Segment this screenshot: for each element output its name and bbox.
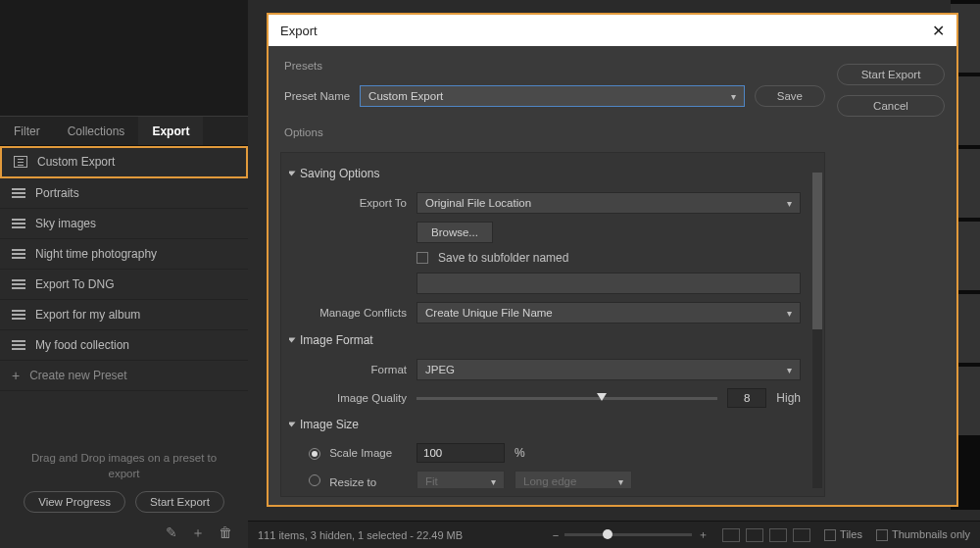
dialog-titlebar: Export ✕: [269, 15, 956, 46]
preset-item-custom-export[interactable]: Custom Export: [0, 146, 248, 178]
trash-icon[interactable]: 🗑: [219, 524, 232, 542]
preset-item-food[interactable]: My food collection: [0, 330, 248, 361]
image-format-header[interactable]: Image Format: [289, 333, 801, 347]
view-mode-toggles: [722, 528, 810, 542]
create-new-label: Create new Preset: [29, 369, 126, 382]
tiles-toggle[interactable]: Tiles: [824, 528, 862, 541]
preset-item-sky-images[interactable]: Sky images: [0, 209, 248, 239]
left-tool-icons: ✎ ＋ 🗑: [0, 519, 248, 548]
pencil-icon[interactable]: ✎: [166, 524, 177, 542]
save-subfolder-label: Save to subfolder named: [438, 251, 568, 265]
preset-item-export-dng[interactable]: Export To DNG: [0, 270, 248, 300]
preset-item-label: Export for my album: [35, 308, 140, 322]
preset-item-label: My food collection: [35, 338, 129, 352]
resize-fit-select[interactable]: Fit▾: [416, 471, 505, 488]
preset-name-value: Custom Export: [368, 90, 443, 102]
start-export-button[interactable]: Start Export: [837, 64, 945, 85]
preset-list: Custom Export Portraits Sky images Night…: [0, 146, 248, 391]
scale-image-radio[interactable]: [309, 448, 320, 460]
left-bottom-buttons: View Progress Start Export: [0, 481, 248, 519]
format-label: Format: [299, 364, 407, 375]
presets-section-label: Presets: [284, 60, 825, 72]
preset-item-label: Night time photography: [35, 247, 157, 261]
chevron-down-icon: ▾: [731, 91, 736, 102]
scale-unit: %: [514, 446, 525, 460]
list-icon: [12, 219, 25, 228]
add-icon[interactable]: ＋: [191, 524, 205, 542]
thumbnails-only-toggle[interactable]: Thumbnails only: [876, 528, 970, 541]
saving-options-header[interactable]: Saving Options: [289, 167, 801, 180]
preset-name-select[interactable]: Custom Export ▾: [360, 85, 745, 107]
disclosure-icon: [289, 172, 296, 176]
disclosure-icon: [289, 423, 296, 427]
image-quality-input[interactable]: [727, 388, 766, 408]
zoom-out-icon[interactable]: −: [553, 529, 559, 541]
image-quality-slider[interactable]: [416, 397, 717, 400]
preset-item-label: Portraits: [35, 186, 79, 200]
preset-item-label: Custom Export: [37, 155, 115, 169]
dialog-title: Export: [280, 24, 318, 38]
cancel-button[interactable]: Cancel: [837, 95, 945, 117]
image-quality-text: High: [776, 391, 801, 405]
list-icon: [12, 310, 25, 320]
scrollbar-thumb[interactable]: [812, 173, 822, 329]
image-size-header[interactable]: Image Size: [289, 418, 801, 431]
view-single-icon[interactable]: [793, 528, 810, 542]
options-section-label: Options: [284, 126, 825, 138]
view-progress-button[interactable]: View Progress: [24, 491, 125, 513]
zoom-in-icon[interactable]: ＋: [698, 527, 709, 542]
view-grid-icon[interactable]: [746, 528, 763, 542]
start-export-button-sidebar[interactable]: Start Export: [135, 491, 224, 513]
subfolder-name-input[interactable]: [416, 273, 801, 294]
preset-item-portraits[interactable]: Portraits: [0, 178, 248, 209]
export-dialog: Export ✕ Presets Preset Name Custom Expo…: [267, 13, 958, 507]
create-new-preset[interactable]: + Create new Preset: [0, 361, 248, 391]
resize-to-radio[interactable]: [309, 474, 320, 486]
preset-item-export-album[interactable]: Export for my album: [0, 300, 248, 330]
export-to-label: Export To: [299, 197, 407, 209]
list-icon: [12, 188, 25, 198]
status-bar: 111 items, 3 hidden, 1 selected - 22.49 …: [248, 521, 980, 548]
tab-collections[interactable]: Collections: [54, 117, 139, 145]
export-to-select[interactable]: Original File Location▾: [416, 192, 801, 214]
preset-name-label: Preset Name: [284, 90, 350, 102]
preset-item-label: Sky images: [35, 217, 96, 230]
list-icon: [12, 279, 25, 289]
list-icon: [12, 340, 25, 350]
disclosure-icon: [289, 338, 296, 343]
dialog-action-buttons: Start Export Cancel: [837, 58, 945, 497]
close-icon[interactable]: ✕: [932, 22, 945, 40]
drag-hint: Drag and Drop images on a preset to expo…: [0, 391, 248, 481]
plus-icon: +: [12, 369, 20, 382]
preset-item-night-time[interactable]: Night time photography: [0, 239, 248, 270]
options-panel: Saving Options Export To Original File L…: [280, 152, 825, 497]
image-quality-label: Image Quality: [299, 392, 407, 404]
save-subfolder-checkbox[interactable]: [416, 252, 428, 264]
export-icon: [14, 156, 27, 168]
status-text: 111 items, 3 hidden, 1 selected - 22.49 …: [258, 529, 463, 541]
left-tabs: Filter Collections Export: [0, 117, 248, 146]
tab-export[interactable]: Export: [138, 117, 203, 145]
view-small-icon[interactable]: [722, 528, 740, 542]
left-header-spacer: [0, 0, 248, 117]
format-select[interactable]: JPEG▾: [416, 359, 801, 380]
scale-image-label: Scale Image: [329, 447, 392, 459]
resize-edge-select[interactable]: Long edge▾: [514, 471, 632, 488]
browse-button[interactable]: Browse...: [416, 222, 493, 243]
resize-to-label: Resize to: [329, 476, 376, 488]
manage-conflicts-label: Manage Conflicts: [299, 307, 407, 319]
view-large-icon[interactable]: [769, 528, 787, 542]
tab-filter[interactable]: Filter: [0, 117, 54, 145]
manage-conflicts-select[interactable]: Create Unique File Name▾: [416, 302, 801, 324]
list-icon: [12, 249, 25, 259]
zoom-slider[interactable]: − ＋: [553, 527, 709, 542]
save-preset-button[interactable]: Save: [755, 85, 825, 107]
scale-value-input[interactable]: [416, 443, 505, 463]
left-panel: Filter Collections Export Custom Export …: [0, 0, 248, 548]
preset-item-label: Export To DNG: [35, 277, 114, 291]
